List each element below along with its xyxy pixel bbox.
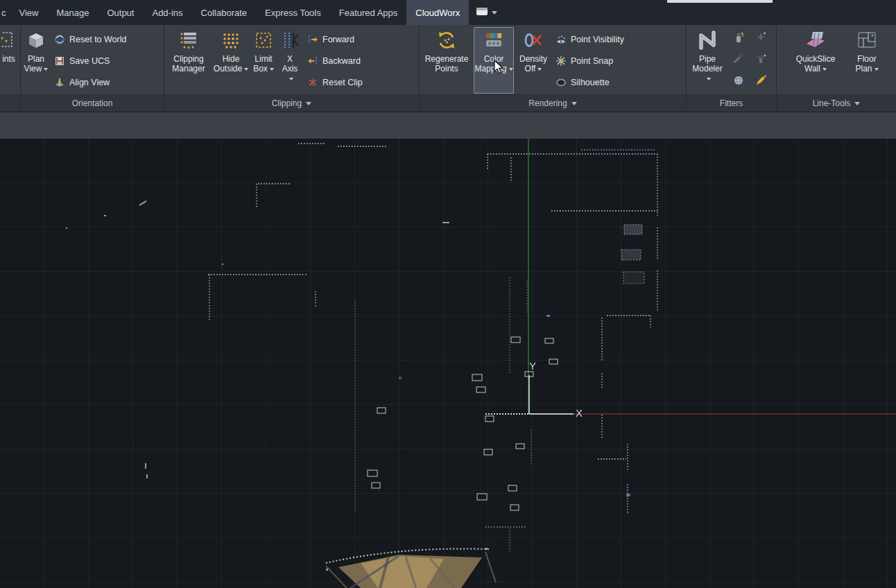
save-ucs-button[interactable]: Save UCS <box>50 50 130 71</box>
spray-icon <box>732 31 746 47</box>
pipe-modeler-icon <box>696 28 719 52</box>
flyout-arrow[interactable] <box>822 68 827 71</box>
flyout-arrow[interactable] <box>537 68 542 71</box>
density-off-icon <box>522 28 545 52</box>
limit-box-icon <box>252 28 275 52</box>
panel-title-line-tools: Line-Tools <box>777 94 896 112</box>
density-off-button[interactable]: Density Off <box>517 27 550 94</box>
reset-to-world-button[interactable]: Reset to World <box>50 28 130 50</box>
forward-label: Forward <box>322 35 354 44</box>
point-cloud <box>0 139 896 588</box>
tab-cloudworx[interactable]: CloudWorx <box>406 0 469 25</box>
regenerate-points-button[interactable]: Regenerate Points <box>422 27 471 94</box>
point-snap-button[interactable]: Point Snap <box>551 50 628 71</box>
tab-truncated[interactable]: c <box>0 0 10 25</box>
align-view-button[interactable]: Align View <box>50 71 130 93</box>
backward-icon <box>307 55 318 67</box>
align-view-label: Align View <box>69 78 110 87</box>
tab-add-ins[interactable]: Add-ins <box>143 0 191 25</box>
truncated-button[interactable]: ints <box>1 27 17 94</box>
quickslice-wall-button[interactable]: QuickSlice Wall <box>793 27 838 94</box>
limit-box-button[interactable]: Limit Box <box>252 27 275 94</box>
tab-output[interactable]: Output <box>98 0 143 25</box>
floor-plan-button[interactable]: Floor Plan <box>854 27 879 94</box>
quickslice-wall-icon <box>804 28 827 52</box>
x-axis-button[interactable]: X Axis <box>278 27 302 94</box>
fitter-spray-button[interactable] <box>730 28 748 49</box>
flyout-arrow[interactable] <box>509 68 513 71</box>
reset-clip-button[interactable]: Reset Clip <box>303 71 366 93</box>
flyout-arrow[interactable] <box>289 78 293 80</box>
hide-outside-button[interactable]: Hide Outside <box>213 27 249 94</box>
point-visibility-button[interactable]: Point Visibility <box>551 28 628 50</box>
density-off-label: Density Off <box>519 54 547 74</box>
mouse-cursor <box>494 60 505 75</box>
reset-to-world-label: Reset to World <box>69 35 126 44</box>
point-visibility-icon <box>555 33 567 45</box>
ribbon-display-toggle[interactable] <box>469 0 504 25</box>
silhouette-label: Silhouette <box>571 78 610 87</box>
fitter-tool-button[interactable] <box>730 50 748 71</box>
fitter-sparkle-button[interactable] <box>752 28 770 49</box>
fitter-fitting-button[interactable] <box>752 50 770 71</box>
flyout-arrow[interactable] <box>44 68 48 71</box>
panel-rendering: Regenerate Points Color Mapping Density … <box>420 25 687 112</box>
panel-flyout-arrow[interactable] <box>854 102 860 105</box>
panel-title-orientation: Orientation <box>21 94 164 112</box>
fitter-globe-button[interactable] <box>730 71 748 92</box>
x-axis-icon <box>278 28 302 52</box>
reset-clip-icon <box>307 76 318 88</box>
forward-button[interactable]: Forward <box>303 28 366 50</box>
fitter-pencil-button[interactable] <box>752 71 770 92</box>
dense-point-cloud <box>326 548 496 588</box>
silhouette-button[interactable]: Silhouette <box>551 71 628 93</box>
panel-flyout-arrow[interactable] <box>306 102 311 105</box>
point-snap-label: Point Snap <box>571 56 613 66</box>
color-mapping-icon <box>482 28 506 52</box>
clipping-manager-label: Clipping Manager <box>172 54 205 74</box>
save-ucs-label: Save UCS <box>69 56 110 66</box>
titlebar-fragment <box>667 0 773 3</box>
flyout-arrow[interactable] <box>244 68 248 71</box>
panel-clipping: Clipping Manager Hide Outside Limit Box <box>164 25 420 112</box>
tool-icon <box>732 52 746 69</box>
drawing-viewport[interactable]: Y X <box>0 139 896 588</box>
panel-flyout-arrow[interactable] <box>571 102 577 105</box>
plan-view-button[interactable]: Plan View <box>24 27 49 94</box>
tab-manage[interactable]: Manage <box>47 0 98 25</box>
reset-world-icon <box>53 33 65 45</box>
ribbon-state-icon <box>476 7 488 18</box>
x-axis-label: X Axis <box>282 54 298 74</box>
chevron-down-icon <box>492 11 497 15</box>
point-visibility-label: Point Visibility <box>571 35 624 44</box>
panel-title-fitters-label: Fitters <box>720 98 743 108</box>
ucs-x-label: X <box>576 407 583 419</box>
ribbon-tab-bar: c View Manage Output Add-ins Collaborate… <box>0 0 896 25</box>
ribbon-cloudworx: ints Plan View Res <box>0 25 896 112</box>
flyout-arrow[interactable] <box>707 78 711 80</box>
tab-collaborate[interactable]: Collaborate <box>192 0 257 25</box>
tab-featured-apps[interactable]: Featured Apps <box>330 0 407 25</box>
tab-view[interactable]: View <box>10 0 48 25</box>
panel-title-rendering-label: Rendering <box>528 98 567 108</box>
regenerate-points-label: Regenerate Points <box>425 54 469 74</box>
pipe-modeler-label: Pipe Modeler <box>692 54 722 74</box>
hide-outside-icon <box>219 28 243 52</box>
panel-title-fitters: Fitters <box>687 94 776 112</box>
panel-title-line-tools-label: Line-Tools <box>813 98 851 108</box>
backward-button[interactable]: Backward <box>303 50 366 71</box>
silhouette-icon <box>555 76 567 88</box>
panel-title-clipping: Clipping <box>164 94 419 112</box>
fitting-icon <box>754 52 768 69</box>
tab-express-tools[interactable]: Express Tools <box>256 0 330 25</box>
panel-cut: ints <box>0 25 21 112</box>
autocad-cloudworx-window: c View Manage Output Add-ins Collaborate… <box>0 0 896 588</box>
clipping-manager-button[interactable]: Clipping Manager <box>167 27 210 94</box>
pipe-modeler-button[interactable]: Pipe Modeler <box>689 27 725 94</box>
flyout-arrow[interactable] <box>875 68 879 71</box>
hide-outside-label: Hide Outside <box>214 54 242 74</box>
panel-title-cut <box>0 94 20 112</box>
quickslice-wall-label: QuickSlice Wall <box>796 54 836 74</box>
flyout-arrow[interactable] <box>270 68 274 71</box>
backward-label: Backward <box>322 56 361 66</box>
